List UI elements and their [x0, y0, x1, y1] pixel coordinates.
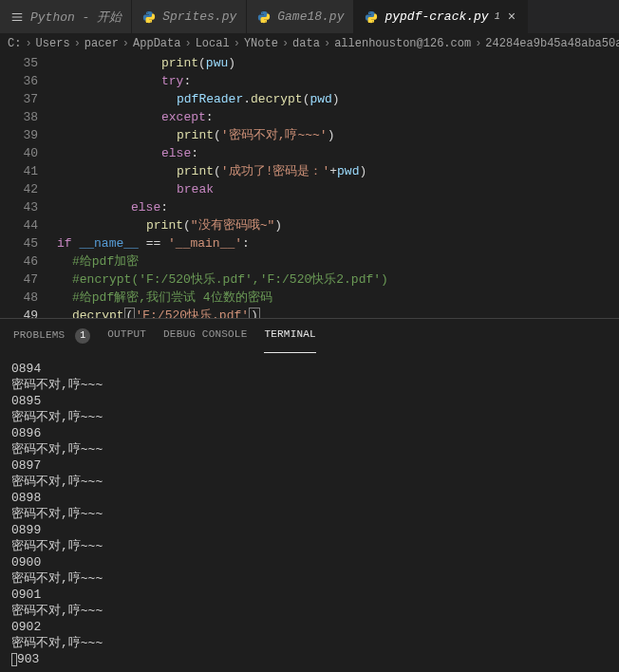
- code-line[interactable]: print("没有密码哦~"): [47, 216, 619, 234]
- code-line[interactable]: if __name__ == '__main__':: [47, 234, 619, 252]
- panel-tab-debug[interactable]: DEBUG CONSOLE: [163, 328, 247, 353]
- tab-bar: Python - 开始Sprites.pyGame18.pypypdf-crac…: [0, 0, 619, 33]
- panel-tabs: PROBLEMS 1 OUTPUT DEBUG CONSOLE TERMINAL: [0, 319, 619, 353]
- terminal-line: 密码不对,哼~~~: [11, 409, 608, 425]
- panel-tab-terminal[interactable]: TERMINAL: [264, 328, 315, 353]
- line-number: 48: [0, 289, 38, 307]
- code-line[interactable]: else:: [47, 198, 619, 216]
- breadcrumb-segment[interactable]: allenhouston@126.com: [334, 37, 471, 50]
- line-number: 40: [0, 144, 38, 162]
- terminal-line: 密码不对,哼~~~: [11, 441, 608, 457]
- breadcrumb-segment[interactable]: C:: [8, 37, 21, 50]
- code-line[interactable]: pdfReader.decrypt(pwd): [47, 90, 619, 108]
- python-icon: [364, 9, 379, 25]
- tab-sprites-py[interactable]: Sprites.py: [132, 0, 247, 33]
- modified-indicator: 1: [495, 11, 500, 22]
- breadcrumb[interactable]: C:›Users›pacer›AppData›Local›YNote›data›…: [0, 33, 619, 54]
- terminal-line: 0902: [11, 619, 608, 635]
- close-icon[interactable]: ×: [506, 9, 517, 25]
- terminal-line: 密码不对,哼~~~: [11, 474, 608, 490]
- line-number: 45: [0, 234, 38, 252]
- line-number: 36: [0, 72, 38, 90]
- code-line[interactable]: print('密码不对,哼~~~'): [47, 126, 619, 144]
- chevron-right-icon: ›: [324, 37, 330, 50]
- line-number: 42: [0, 180, 38, 198]
- tab-label: pypdf-crack.py: [385, 9, 488, 24]
- python-icon: [256, 9, 272, 25]
- terminal-line: 密码不对,哼~~~: [11, 506, 608, 522]
- tab-python-[interactable]: Python - 开始: [0, 0, 132, 33]
- code-line[interactable]: print(pwu): [47, 54, 619, 72]
- line-number: 39: [0, 126, 38, 144]
- line-number: 49: [0, 307, 38, 318]
- chevron-right-icon: ›: [282, 37, 289, 50]
- breadcrumb-segment[interactable]: 24284ea9b45a48aba50ac3e9: [485, 37, 619, 50]
- tab-label: Sprites.py: [162, 9, 236, 24]
- terminal-line: 0899: [11, 522, 608, 538]
- line-number: 35: [0, 54, 38, 72]
- tab-label: Game18.py: [277, 9, 344, 24]
- line-gutter: 353637383940414243444546474849: [0, 54, 47, 318]
- chevron-right-icon: ›: [74, 37, 81, 50]
- problems-badge: 1: [75, 328, 90, 344]
- terminal-line: 密码不对,哼~~~: [11, 635, 608, 651]
- terminal-line: 0900: [11, 554, 608, 570]
- line-number: 47: [0, 271, 38, 289]
- code-line[interactable]: decrypt('E:/520快乐.pdf'): [47, 307, 619, 318]
- panel-tab-output[interactable]: OUTPUT: [107, 328, 146, 353]
- line-number: 43: [0, 198, 38, 216]
- line-number: 41: [0, 162, 38, 180]
- terminal-line: 0898: [11, 490, 608, 506]
- breadcrumb-segment[interactable]: AppData: [133, 37, 180, 50]
- tab-label: Python - 开始: [30, 9, 122, 26]
- terminal-output[interactable]: 0894密码不对,哼~~~0895密码不对,哼~~~0896密码不对,哼~~~0…: [0, 353, 619, 672]
- panel: PROBLEMS 1 OUTPUT DEBUG CONSOLE TERMINAL…: [0, 318, 619, 672]
- chevron-right-icon: ›: [475, 37, 481, 50]
- breadcrumb-segment[interactable]: YNote: [244, 37, 278, 50]
- tab-game18-py[interactable]: Game18.py: [247, 0, 354, 33]
- terminal-line: 0895: [11, 393, 608, 409]
- line-number: 37: [0, 90, 38, 108]
- menu-icon: [9, 9, 25, 25]
- panel-tab-label: PROBLEMS: [13, 329, 65, 341]
- terminal-line: 0897: [11, 457, 608, 474]
- code-line[interactable]: else:: [47, 144, 619, 162]
- code-line[interactable]: try:: [47, 72, 619, 90]
- breadcrumb-segment[interactable]: Local: [196, 37, 230, 50]
- code-line[interactable]: #给pdf解密,我们尝试 4位数的密码: [47, 289, 619, 307]
- cursor-icon: [11, 653, 17, 666]
- code-line[interactable]: except:: [47, 108, 619, 126]
- terminal-line: 密码不对,哼~~~: [11, 538, 608, 554]
- chevron-right-icon: ›: [25, 37, 31, 50]
- code-area[interactable]: print(pwu)try:pdfReader.decrypt(pwd)exce…: [47, 54, 619, 318]
- breadcrumb-segment[interactable]: Users: [36, 37, 70, 50]
- chevron-right-icon: ›: [122, 37, 129, 50]
- terminal-line: 0896: [11, 425, 608, 441]
- breadcrumb-segment[interactable]: data: [292, 37, 320, 50]
- code-line[interactable]: print('成功了!密码是：'+pwd): [47, 162, 619, 180]
- terminal-line: 密码不对,哼~~~: [11, 603, 608, 619]
- code-line[interactable]: #encrypt('F:/520快乐.pdf','F:/520快乐2.pdf'): [47, 271, 619, 289]
- terminal-line: 密码不对,哼~~~: [11, 570, 608, 587]
- line-number: 46: [0, 252, 38, 271]
- chevron-right-icon: ›: [184, 37, 191, 50]
- terminal-line: 903: [11, 651, 608, 667]
- code-line[interactable]: break: [47, 180, 619, 198]
- terminal-line: 0894: [11, 361, 608, 377]
- editor[interactable]: 353637383940414243444546474849 print(pwu…: [0, 54, 619, 318]
- code-line[interactable]: #给pdf加密: [47, 252, 619, 271]
- tab-pypdf-crack-py[interactable]: pypdf-crack.py1×: [354, 0, 528, 33]
- python-icon: [141, 9, 157, 25]
- chevron-right-icon: ›: [234, 37, 240, 50]
- line-number: 38: [0, 108, 38, 126]
- terminal-line: 0901: [11, 587, 608, 603]
- panel-tab-problems[interactable]: PROBLEMS 1: [13, 328, 90, 353]
- breadcrumb-segment[interactable]: pacer: [84, 37, 119, 50]
- terminal-line: 密码不对,哼~~~: [11, 377, 608, 393]
- line-number: 44: [0, 216, 38, 234]
